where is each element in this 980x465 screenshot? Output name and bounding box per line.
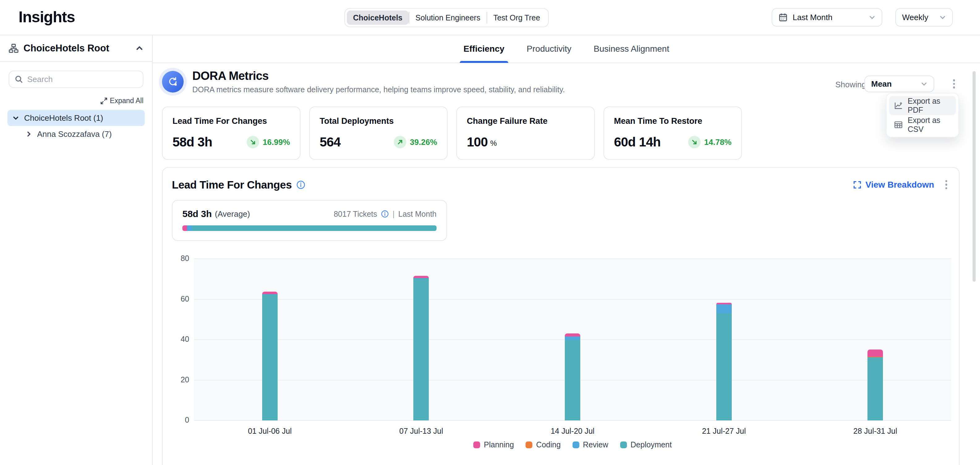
card-value: 60d 14h [614,135,661,150]
x-axis-label: 01 Jul-06 Jul [227,427,313,436]
section-title: Lead Time For Changes [172,179,292,191]
stacked-bar-07 Jul-13 Jul[interactable] [413,276,429,420]
tab-productivity[interactable]: Productivity [527,35,572,63]
sidebar-search [9,70,143,88]
trend-badge: 14.78% [688,136,732,148]
chevron-down-icon [921,80,928,87]
export-menu: Export as PDF Export as CSV [886,93,959,137]
menu-item-export-pdf[interactable]: Export as PDF [889,96,956,115]
date-range-select[interactable]: Last Month [772,8,882,27]
dora-kebab-menu-button[interactable] [947,75,961,92]
scrollbar-thumb[interactable] [972,71,976,282]
search-input[interactable] [27,75,137,84]
bar-segment-planning [565,334,580,336]
bar-segment-deployment [262,295,278,420]
tickets-count: 8017 Tickets [334,209,377,219]
average-value: 58d 3h [182,209,212,219]
tree-item-anna-scozzafava[interactable]: Anna Scozzafava (7) [21,126,145,142]
average-label: (Average) [215,209,250,219]
tree-item-choicehotels-root[interactable]: ChoiceHotels Root (1) [8,110,145,126]
x-axis-label: 14 Jul-20 Jul [529,427,616,436]
progress-segment-planning [182,225,187,231]
stacked-bar-28 Jul-31 Jul[interactable] [867,350,883,420]
org-tab-test-org-tree[interactable]: Test Org Tree [487,11,546,25]
card-change-failure-rate: Change Failure Rate 100 % [456,107,595,160]
showing-mean-value: Mean [871,79,892,89]
menu-item-export-csv[interactable]: Export as CSV [889,115,956,134]
card-title: Mean Time To Restore [614,117,732,126]
card-value: 564 [320,135,341,150]
bar-segment-planning [262,292,278,294]
trend-arrow-icon [688,136,700,148]
card-delta: 39.26% [410,137,437,147]
legend-item-review[interactable]: Review [573,440,608,449]
fullscreen-expand-icon [853,181,861,189]
progress-segment-deployment [192,225,436,231]
view-breakdown-label: View Breakdown [865,180,934,190]
stacked-bar-21 Jul-27 Jul[interactable] [716,303,732,420]
legend-label: Coding [536,440,560,449]
legend-item-coding[interactable]: Coding [525,440,560,449]
dora-header: DORA Metrics DORA metrics measure softwa… [162,69,565,94]
showing-label: Showing [835,80,866,89]
card-value: 58d 3h [172,135,212,150]
org-tab-solution-engineers[interactable]: Solution Engineers [409,11,487,25]
card-title: Lead Time For Changes [172,117,290,126]
org-tree: ChoiceHotels Root (1) Anna Scozzafava (7… [0,110,152,142]
org-tree-sidebar: ChoiceHotels Root Expand All [0,35,153,465]
granularity-select[interactable]: Weekly [895,8,953,27]
sidebar-header: ChoiceHotels Root [0,35,152,62]
stacked-bar-01 Jul-06 Jul[interactable] [262,292,278,420]
bar-segment-planning [867,350,883,356]
tab-efficiency[interactable]: Efficiency [463,35,504,63]
showing-mean-select[interactable]: Mean [864,75,934,92]
info-icon[interactable] [296,180,305,190]
view-breakdown-button[interactable]: View Breakdown [853,180,934,190]
legend-item-deployment[interactable]: Deployment [620,440,672,449]
menu-item-label: Export as CSV [908,116,951,134]
legend-label: Planning [484,440,514,449]
org-tab-choicehotels[interactable]: ChoiceHotels [347,11,409,25]
card-title: Total Deployments [320,117,437,126]
info-icon[interactable] [381,210,389,218]
bar-segment-review [565,337,580,340]
dora-subtitle: DORA metrics measure software delivery p… [192,85,565,94]
separator: | [393,209,395,219]
legend-label: Review [583,440,608,449]
card-mean-time-to-restore: Mean Time To Restore 60d 14h 14.78% [603,107,742,160]
trend-badge: 16.99% [247,136,290,148]
chart-export-icon [894,101,903,110]
gridline-y80 [194,259,951,259]
bar-segment-review [716,304,732,313]
card-total-deployments: Total Deployments 564 39.26% [309,107,448,160]
y-axis-tick: 0 [166,415,189,425]
section-header: Lead Time For Changes View Breakdown [172,178,950,192]
x-axis-label: 28 Jul-31 Jul [832,427,918,436]
org-hierarchy-icon [9,43,19,53]
x-axis-label: 07 Jul-13 Jul [378,427,465,436]
sidebar-collapse-button[interactable] [135,44,143,52]
table-icon [894,120,903,129]
chevron-down-icon [939,14,946,21]
period-label: Last Month [398,209,436,219]
card-lead-time-for-changes: Lead Time For Changes 58d 3h 16.99% [162,107,301,160]
legend-swatch-coding [525,441,532,448]
card-value-suffix: % [490,139,497,148]
chevron-down-icon [869,14,875,21]
card-delta: 16.99% [263,137,290,147]
legend-item-planning[interactable]: Planning [473,440,514,449]
y-axis-tick: 60 [166,294,189,304]
chevron-down-icon [13,115,19,121]
tab-business-alignment[interactable]: Business Alignment [593,35,669,63]
x-axis-label: 21 Jul-27 Jul [681,427,767,436]
y-axis-tick: 20 [166,375,189,384]
granularity-value: Weekly [902,13,928,22]
stacked-bar-14 Jul-20 Jul[interactable] [565,334,580,420]
menu-item-label: Export as PDF [908,97,951,115]
sidebar-title: ChoiceHotels Root [24,43,109,54]
phase-progress-bar [182,225,436,231]
view-tab-bar: Efficiency Productivity Business Alignme… [153,35,980,63]
section-kebab-menu-button[interactable] [943,178,950,192]
dora-metric-cards: Lead Time For Changes 58d 3h 16.99% Tota… [162,107,742,160]
expand-all-button[interactable]: Expand All [0,97,143,105]
